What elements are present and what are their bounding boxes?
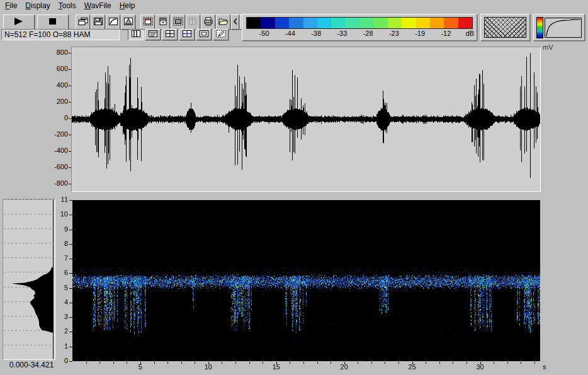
copy-icon (78, 17, 88, 28)
pattern-preview-button[interactable] (480, 14, 530, 41)
capture-display-button[interactable] (140, 14, 155, 30)
time-xtick-label: 25 (405, 363, 420, 371)
menu-help[interactable]: Help (117, 1, 141, 11)
time-minor-tick (263, 362, 263, 364)
frequency-ytick (69, 288, 72, 289)
time-xtick-label: 30 (473, 363, 488, 371)
frequency-ytick (69, 332, 72, 332)
layout-quad-alt-button[interactable] (179, 29, 195, 40)
layout-h-icon (148, 30, 158, 40)
waveform-plot-panel[interactable] (71, 47, 541, 192)
waveform-ytick-label: -600 (42, 163, 68, 171)
color-segment-10 (388, 18, 402, 28)
db-color-scale: -50-44-38-33-28-23-19-12dB (242, 14, 477, 41)
time-minor-tick (235, 362, 236, 364)
time-xtick-label: 10 (201, 363, 216, 371)
frequency-ytick-label: 1 (57, 342, 68, 350)
menu-display[interactable]: Display (23, 1, 55, 11)
time-unit-label: s (543, 363, 546, 371)
svg-text:s: s (194, 19, 196, 26)
color-segment-2 (275, 18, 289, 28)
time-minor-tick (249, 362, 250, 364)
menu-wavfile[interactable]: WavFile (82, 1, 117, 11)
waveform-ytick-label: -200 (42, 130, 68, 138)
layout-edit-button[interactable] (213, 29, 229, 40)
frequency-ytick (69, 230, 72, 230)
capture-hatch-icon (173, 17, 183, 28)
spectrogram-plot[interactable] (72, 200, 540, 361)
capture-hash-icon (158, 17, 168, 28)
es-icon: s (188, 17, 198, 28)
frequency-ytick-label: 0 (57, 357, 68, 364)
scale-curve-button[interactable] (106, 14, 120, 30)
play-button[interactable] (3, 14, 35, 30)
toolbar-spacer (136, 14, 140, 30)
save-button[interactable] (91, 14, 105, 30)
time-minor-tick (534, 362, 535, 364)
stop-icon (47, 17, 59, 28)
layout-inner-icon (199, 30, 209, 40)
waveform-ytick-label: 400 (42, 81, 68, 89)
color-segment-15 (458, 18, 472, 28)
time-xtick-label: 15 (269, 363, 284, 371)
stop-button[interactable] (37, 14, 69, 30)
time-minor-tick (521, 362, 521, 364)
waveform-ytick-label: -400 (42, 147, 68, 154)
menu-tools[interactable]: Tools (56, 1, 82, 11)
waveform-ytick (69, 69, 71, 70)
scroll-left-button[interactable] (231, 14, 239, 30)
frequency-ytick-label: 8 (57, 240, 68, 247)
layout-quad-blue-icon (182, 30, 192, 40)
layout-horizontal-button[interactable] (145, 29, 161, 40)
color-segment-8 (359, 18, 373, 28)
time-minor-tick (494, 362, 494, 364)
colorbar-tick-label: -23 (381, 30, 407, 37)
capture-region-button[interactable] (171, 14, 185, 30)
frequency-ytick-label: 11 (57, 196, 68, 203)
colorbar-tick-label: -33 (329, 30, 355, 37)
colorbar-tick-label: -28 (355, 30, 381, 37)
waveform-ytick (69, 53, 71, 53)
waveform-ytick (69, 86, 71, 86)
time-minor-tick (127, 362, 127, 364)
waveform-ytick (69, 184, 71, 184)
layout-v-icon (131, 30, 141, 40)
capture-red-icon (143, 17, 153, 28)
color-segment-4 (303, 18, 317, 28)
menu-file[interactable]: File (3, 1, 23, 11)
layout-single-button[interactable] (128, 29, 144, 40)
time-minor-tick (167, 362, 168, 364)
toolbar-row-2 (128, 29, 230, 40)
layout-inner-button[interactable] (196, 29, 212, 40)
layout-quad-button[interactable] (162, 29, 178, 40)
frequency-ytick (69, 215, 72, 215)
window-function-button[interactable] (121, 14, 135, 30)
signal-tools-button[interactable]: s (186, 14, 200, 30)
time-minor-tick (99, 362, 100, 364)
waveform-plot[interactable] (72, 47, 540, 191)
time-minor-tick (466, 362, 467, 364)
color-segment-0 (247, 18, 261, 28)
print-button[interactable] (201, 14, 215, 30)
frequency-ytick (69, 361, 72, 362)
frequency-ytick-label: 9 (57, 225, 68, 233)
waveform-ytick (69, 167, 71, 168)
time-minor-tick (222, 362, 222, 364)
palette-curve-button[interactable] (533, 14, 585, 41)
color-segment-12 (416, 18, 430, 28)
color-scale-strip (246, 17, 473, 29)
waveform-ytick (69, 135, 71, 135)
copy-display-button[interactable] (76, 14, 90, 30)
play-icon (13, 17, 25, 28)
open-icon (218, 17, 229, 28)
frequency-ytick-label: 3 (57, 313, 68, 320)
waveform-ytick (69, 102, 71, 103)
frequency-ytick-label: 10 (57, 210, 68, 218)
open-file-button[interactable] (216, 14, 230, 30)
window-fn-icon (123, 17, 133, 28)
waveform-ytick (69, 151, 71, 152)
time-xtick-label: 20 (337, 363, 352, 371)
transfer-curve-icon (545, 18, 582, 38)
capture-marks-button[interactable] (155, 14, 170, 30)
layout-quad-icon (165, 30, 175, 40)
